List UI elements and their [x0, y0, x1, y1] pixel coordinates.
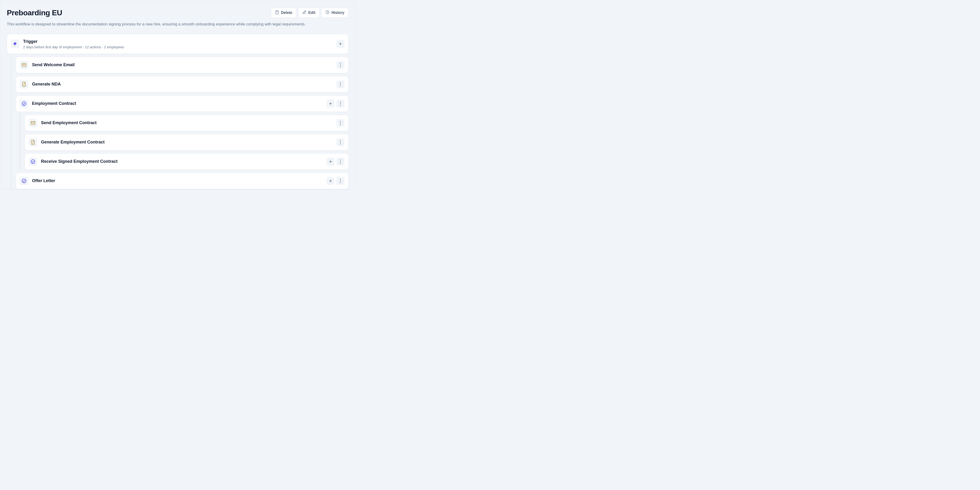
more-button[interactable]	[336, 138, 344, 146]
trigger-children: Send Welcome Email W	[7, 57, 348, 189]
svg-point-20	[340, 143, 340, 144]
node-text: Generate NDA	[32, 81, 336, 87]
page-title: Preboarding EU	[7, 8, 62, 17]
node-text: Send Welcome Email	[32, 62, 336, 68]
edit-label: Edit	[309, 11, 315, 15]
node-buttons	[336, 119, 344, 127]
add-button[interactable]	[326, 100, 334, 108]
svg-point-7	[340, 84, 340, 84]
node-text: Send Employment Contract	[41, 120, 336, 126]
node-title: Generate Employment Contract	[41, 140, 336, 145]
trash-icon	[275, 10, 279, 15]
connector-line	[11, 54, 11, 189]
workflow-page: Preboarding EU Delete Edit History	[0, 0, 355, 189]
trigger-buttons	[336, 40, 344, 48]
delete-label: Delete	[281, 11, 292, 15]
page-header: Preboarding EU Delete Edit History	[7, 8, 348, 18]
edit-button[interactable]: Edit	[298, 8, 320, 18]
action-receive-signed-contract[interactable]: Receive Signed Employment Contract	[25, 153, 348, 170]
svg-point-22	[340, 159, 340, 160]
svg-point-23	[340, 161, 340, 162]
group-employment-contract[interactable]: Employment Contract	[16, 95, 348, 112]
action-generate-employment-contract[interactable]: W Generate Employment Contract	[25, 134, 348, 151]
history-button[interactable]: History	[321, 8, 348, 18]
node-buttons	[336, 61, 344, 69]
svg-point-24	[340, 163, 340, 164]
child-wrap: W Generate Employment Contract	[25, 134, 348, 151]
node-text: Receive Signed Employment Contract	[41, 159, 326, 164]
group-offer-letter[interactable]: Offer Letter	[16, 173, 348, 189]
svg-point-26	[340, 179, 340, 180]
child-wrap: W Generate NDA	[16, 76, 348, 92]
svg-point-11	[340, 103, 340, 104]
trigger-subtitle: 2 days before first day of employment · …	[23, 45, 336, 49]
more-button[interactable]	[336, 61, 344, 69]
node-text: Generate Employment Contract	[41, 140, 336, 145]
node-buttons	[326, 158, 344, 165]
svg-point-15	[340, 123, 340, 123]
check-circle-icon	[29, 158, 37, 166]
trigger-text: Trigger 2 days before first day of emplo…	[23, 39, 336, 49]
header-actions: Delete Edit History	[271, 8, 348, 18]
more-button[interactable]	[336, 158, 344, 165]
add-button[interactable]	[326, 158, 334, 165]
child-wrap: Send Employment Contract	[25, 115, 348, 131]
trigger-title: Trigger	[23, 39, 336, 44]
history-label: History	[331, 11, 344, 15]
action-send-employment-contract[interactable]: Send Employment Contract	[25, 115, 348, 131]
svg-point-14	[340, 121, 340, 122]
contract-children: Send Employment Contract	[16, 115, 348, 170]
node-buttons	[326, 100, 344, 108]
node-buttons	[336, 138, 344, 146]
more-button[interactable]	[336, 119, 344, 127]
svg-text:W: W	[32, 142, 34, 143]
page-description: This workflow is designed to streamline …	[7, 21, 327, 27]
node-title: Send Employment Contract	[41, 120, 336, 126]
node-text: Employment Contract	[32, 101, 326, 106]
node-title: Offer Letter	[32, 178, 326, 183]
document-icon: W	[29, 138, 37, 146]
child-wrap: Receive Signed Employment Contract	[25, 153, 348, 170]
svg-point-18	[340, 140, 340, 141]
svg-point-12	[340, 105, 340, 105]
node-title: Generate NDA	[32, 81, 336, 87]
svg-point-2	[340, 63, 340, 64]
child-wrap: Offer Letter	[16, 173, 348, 189]
action-generate-nda[interactable]: W Generate NDA	[16, 76, 348, 92]
svg-point-27	[340, 180, 340, 181]
svg-point-19	[340, 142, 340, 143]
svg-point-28	[340, 182, 340, 183]
node-buttons	[326, 177, 344, 185]
svg-text:W: W	[23, 84, 25, 86]
svg-point-3	[340, 65, 340, 65]
bolt-icon	[11, 40, 19, 48]
svg-point-6	[340, 82, 340, 83]
pencil-icon	[302, 10, 307, 15]
svg-point-4	[340, 66, 340, 67]
node-title: Employment Contract	[32, 101, 326, 106]
more-button[interactable]	[336, 80, 344, 88]
trigger-card[interactable]: Trigger 2 days before first day of emplo…	[7, 34, 348, 54]
check-circle-icon	[20, 99, 28, 108]
node-title: Send Welcome Email	[32, 62, 336, 68]
check-circle-icon	[20, 177, 28, 185]
mail-icon	[29, 119, 37, 127]
mail-icon	[20, 61, 28, 69]
more-button[interactable]	[336, 100, 344, 108]
svg-point-8	[340, 86, 340, 86]
add-button[interactable]	[336, 40, 344, 48]
action-send-welcome-email[interactable]: Send Welcome Email	[16, 57, 348, 73]
svg-point-16	[340, 124, 340, 125]
workflow-tree: Trigger 2 days before first day of emplo…	[7, 34, 348, 189]
document-icon: W	[20, 80, 28, 89]
node-text: Offer Letter	[32, 178, 326, 183]
clock-icon	[325, 10, 329, 15]
add-button[interactable]	[326, 177, 334, 185]
child-wrap: Employment Contract	[16, 95, 348, 170]
delete-button[interactable]: Delete	[271, 8, 296, 18]
child-wrap: Send Welcome Email	[16, 57, 348, 73]
node-title: Receive Signed Employment Contract	[41, 159, 326, 164]
node-buttons	[336, 80, 344, 88]
svg-point-10	[340, 102, 340, 102]
more-button[interactable]	[336, 177, 344, 185]
